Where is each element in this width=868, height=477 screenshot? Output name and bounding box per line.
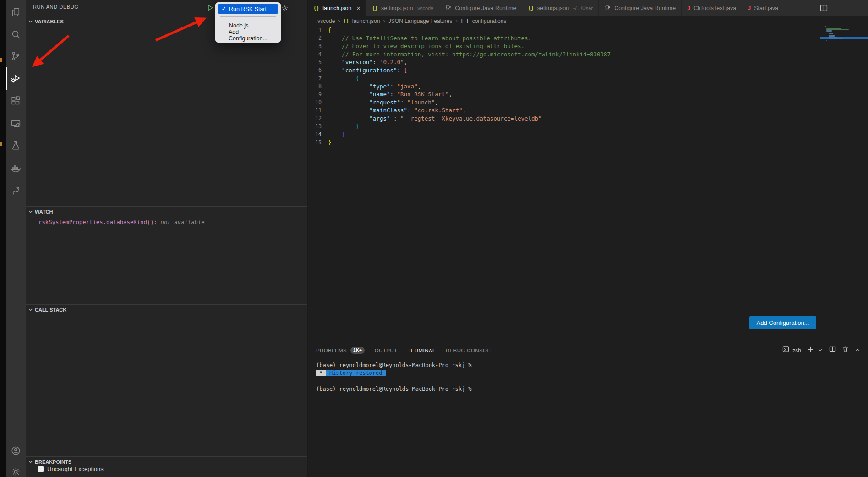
minimap-line xyxy=(825,42,826,43)
editor-tab[interactable]: JCliToolsTest.java xyxy=(682,0,742,16)
watch-expression: rskSystemProperties.databaseKind(): xyxy=(38,219,157,225)
close-icon[interactable]: × xyxy=(357,5,360,11)
background-artifact xyxy=(0,58,2,62)
more-actions-icon[interactable]: ··· xyxy=(292,1,301,9)
code-text: // For more information, visit: https://… xyxy=(328,51,611,58)
terminal-shell-icon xyxy=(782,346,789,355)
code-editor[interactable]: 1{2 // Use IntelliSense to learn about p… xyxy=(308,26,868,147)
minimap-line xyxy=(829,36,834,37)
split-editor-icon[interactable] xyxy=(820,4,828,14)
panel-tab-label: DEBUG CONSOLE xyxy=(446,348,494,353)
minimap-current-line xyxy=(820,37,868,39)
section-breakpoints[interactable]: BREAKPOINTS xyxy=(26,456,307,466)
debug-configuration-menu: ✓Run RSK StartNode.js...Add Configuratio… xyxy=(215,2,281,43)
watch-expression-row[interactable]: rskSystemProperties.databaseKind(): not … xyxy=(38,219,205,225)
debug-settings-gear-icon[interactable] xyxy=(281,4,289,12)
activity-item-extensions[interactable] xyxy=(6,91,26,112)
menu-item-run-rsk-start[interactable]: ✓Run RSK Start xyxy=(218,4,278,14)
code-text: { xyxy=(328,27,332,33)
line-number: 8 xyxy=(308,83,328,89)
line-number: 13 xyxy=(308,123,328,130)
uncaught-exceptions-checkbox[interactable] xyxy=(38,466,44,472)
run-and-debug-sidebar: RUN AND DEBUG ··· VARIABLES WATCH rskSys… xyxy=(26,0,308,477)
activity-item-gradle[interactable] xyxy=(6,181,26,203)
tab-label: Configure Java Runtime xyxy=(455,5,516,11)
code-text: ] xyxy=(328,131,345,138)
breakpoint-row[interactable]: Uncaught Exceptions xyxy=(38,466,104,472)
shell-label[interactable]: zsh xyxy=(792,347,801,354)
code-text: "request": "launch", xyxy=(328,99,438,106)
bottom-panel: PROBLEMS1K+OUTPUTTERMINALDEBUG CONSOLE z… xyxy=(308,342,868,477)
kill-terminal-icon[interactable] xyxy=(842,346,849,355)
panel-tab-output[interactable]: OUTPUT xyxy=(375,342,398,358)
panel-tab-bar: PROBLEMS1K+OUTPUTTERMINALDEBUG CONSOLE xyxy=(316,342,494,358)
testing-icon xyxy=(10,140,22,153)
sidebar-title: RUN AND DEBUG xyxy=(33,4,78,10)
minimap-line xyxy=(826,40,827,41)
section-call-stack[interactable]: CALL STACK xyxy=(26,304,307,314)
breadcrumb-item[interactable]: .vscode xyxy=(316,18,335,24)
section-label: WATCH xyxy=(35,209,53,214)
activity-item-testing[interactable] xyxy=(6,136,26,157)
activity-item-docker[interactable] xyxy=(6,159,26,180)
editor-tab[interactable]: Configure Java Runtime xyxy=(599,0,682,16)
activity-item-account[interactable] xyxy=(6,441,26,462)
code-text: // Hover to view descriptions of existin… xyxy=(328,43,524,49)
activity-item-search[interactable] xyxy=(6,25,26,46)
breadcrumb-item[interactable]: configurations xyxy=(472,18,507,24)
breadcrumb-item[interactable]: launch.json xyxy=(352,18,380,24)
terminal-line: (base) reynoldmorel@Reynolds-MacBook-Pro… xyxy=(316,385,472,393)
new-terminal-icon[interactable] xyxy=(807,346,814,355)
panel-tab-label: PROBLEMS xyxy=(316,348,347,353)
editor-tab[interactable]: Configure Java Runtime xyxy=(439,0,522,16)
editor-tab[interactable]: JStart.java xyxy=(742,0,784,16)
panel-tab-problems[interactable]: PROBLEMS1K+ xyxy=(316,342,365,358)
activity-item-explorer[interactable] xyxy=(6,3,26,24)
vscode-window: RUN AND DEBUG ··· VARIABLES WATCH rskSys… xyxy=(0,0,868,477)
line-number: 5 xyxy=(308,59,328,66)
panel-tab-debug-console[interactable]: DEBUG CONSOLE xyxy=(446,342,494,358)
panel-tab-terminal[interactable]: TERMINAL xyxy=(407,342,435,358)
breadcrumb-separator: › xyxy=(455,17,457,24)
breadcrumb: .vscode›{}launch.json›JSON Language Feat… xyxy=(316,16,506,26)
activity-item-settings-gear[interactable] xyxy=(6,462,26,477)
explorer-icon xyxy=(10,7,22,20)
section-watch[interactable]: WATCH xyxy=(26,206,307,216)
chevron-down-icon[interactable] xyxy=(817,346,823,355)
editor-tab[interactable]: {}settings.json~/.../User xyxy=(522,0,599,16)
code-line: 8 "type": "java", xyxy=(308,82,868,91)
array-symbol-icon: [ ] xyxy=(461,18,469,23)
code-text: "configurations": [ xyxy=(328,67,407,74)
code-line: 3 // Hover to view descriptions of exist… xyxy=(308,42,868,50)
section-label: CALL STACK xyxy=(35,307,66,313)
extensions-icon xyxy=(10,95,22,109)
tab-label: Configure Java Runtime xyxy=(614,5,676,11)
section-label: VARIABLES xyxy=(35,19,64,24)
line-number: 11 xyxy=(308,107,328,114)
terminal-output[interactable]: (base) reynoldmorel@Reynolds-MacBook-Pro… xyxy=(316,362,472,393)
editor-tab[interactable]: {}settings.json.vscode xyxy=(366,0,440,16)
activity-item-run-and-debug[interactable] xyxy=(6,68,26,89)
minimap[interactable] xyxy=(825,26,866,43)
minimap-line xyxy=(826,28,841,29)
breadcrumb-item[interactable]: JSON Language Features xyxy=(388,18,452,24)
split-terminal-icon[interactable] xyxy=(829,346,836,355)
code-line: 6 "configurations": [ xyxy=(308,66,868,75)
start-debugging-icon[interactable] xyxy=(206,4,214,12)
source-control-icon xyxy=(10,50,22,64)
line-number: 6 xyxy=(308,67,328,73)
maximize-panel-icon[interactable] xyxy=(855,346,861,355)
code-line: 2 // Use IntelliSense to learn about pos… xyxy=(308,34,868,43)
problems-count-badge: 1K+ xyxy=(350,347,365,354)
menu-item-add-configuration-[interactable]: Add Configuration... xyxy=(218,30,278,40)
add-configuration-button[interactable]: Add Configuration... xyxy=(749,316,816,329)
line-number: 9 xyxy=(308,91,328,98)
java-runtime-icon xyxy=(445,4,452,12)
section-label: BREAKPOINTS xyxy=(35,459,71,465)
editor-tab-bar: {}launch.json×{}settings.json.vscodeConf… xyxy=(308,0,868,16)
editor-tab[interactable]: {}launch.json× xyxy=(308,0,366,16)
activity-item-source-control[interactable] xyxy=(6,46,26,67)
terminal-line: (base) reynoldmorel@Reynolds-MacBook-Pro… xyxy=(316,362,472,369)
activity-item-remote-explorer[interactable] xyxy=(6,114,26,135)
minimap-line xyxy=(828,33,828,33)
